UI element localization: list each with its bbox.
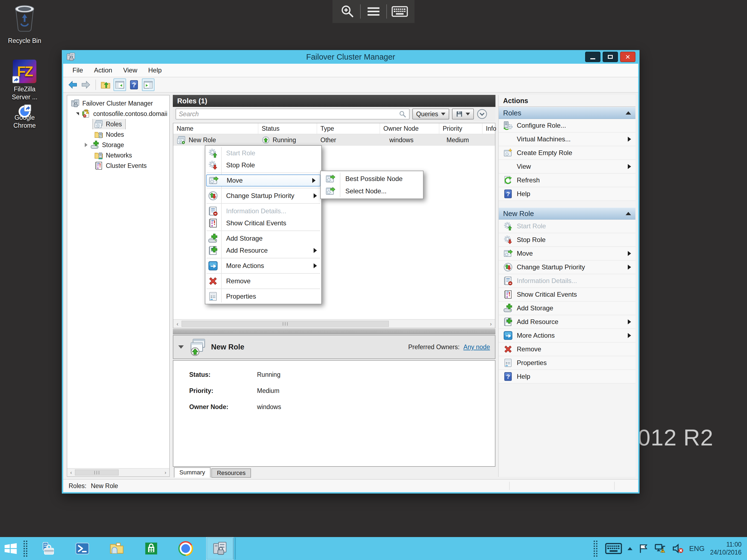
taskbar-file-explorer[interactable] [106,537,127,560]
action-virtual-machines[interactable]: Virtual Machines... [499,133,636,146]
tree-node-networks[interactable]: Networks [67,150,169,160]
context-stop-role[interactable]: Stop Role [205,159,321,171]
desktop-icon-filezilla-server[interactable]: FZ FileZilla Server ... [0,59,49,101]
action-more-actions[interactable]: More Actions [499,329,636,342]
context-change-startup-priority[interactable]: Change Startup Priority [205,190,321,202]
context-show-critical-events[interactable]: Show Critical Events [205,217,321,229]
scroll-right-icon[interactable]: › [487,321,495,327]
column-type[interactable]: Type [317,123,380,134]
desktop-icon-recycle-bin[interactable]: Recycle Bin [0,2,49,45]
menu-icon[interactable] [361,4,386,19]
tree-node-nodes[interactable]: Nodes [67,129,169,140]
submenu-select-node[interactable]: Select Node... [321,185,423,197]
taskbar-failover-cluster-manager[interactable] [206,537,233,560]
context-add-resource[interactable]: Add Resource [205,245,321,256]
action-remove[interactable]: Remove [499,342,636,356]
column-information[interactable]: Information [483,123,496,134]
search-box[interactable] [176,108,410,120]
start-button[interactable] [0,537,21,560]
column-name[interactable]: Name [173,123,258,134]
tree-node-roles[interactable]: Roles [67,119,169,129]
tab-summary[interactable]: Summary [174,467,210,478]
forward-icon[interactable] [81,80,91,90]
tree-node-cluster-events[interactable]: Cluster Events [67,160,169,171]
taskbar-grip[interactable] [23,540,28,557]
action-refresh[interactable]: Refresh [499,174,636,187]
action-help-2[interactable]: Help [499,370,636,384]
tree-root[interactable]: Failover Cluster Manager [67,98,169,108]
collapse-section-icon[interactable] [626,212,631,215]
action-stop-role[interactable]: Stop Role [499,233,636,247]
show-console-tree-icon[interactable] [113,78,126,91]
maximize-button[interactable] [602,52,618,62]
menu-file[interactable]: File [67,65,88,76]
preferred-owners-link[interactable]: Any node [463,343,490,351]
back-icon[interactable] [68,80,78,90]
submenu-best-possible-node[interactable]: Best Possible Node [321,173,423,185]
column-owner-node[interactable]: Owner Node [380,123,439,134]
actions-section-new-role[interactable]: New Role [499,207,636,220]
touch-keyboard-icon[interactable] [605,543,622,554]
list-horizontal-scrollbar[interactable]: ‹ › [173,319,495,328]
action-move[interactable]: Move [499,247,636,261]
network-warning-icon[interactable] [654,542,666,555]
tree-horizontal-scrollbar[interactable]: ‹ › [67,468,169,476]
scroll-right-icon[interactable]: › [162,470,169,476]
taskbar-chrome[interactable] [175,537,196,560]
zoom-in-icon[interactable] [334,4,360,19]
taskbar-server-manager[interactable] [37,537,58,560]
show-action-pane-icon[interactable] [142,78,154,91]
collapsed-triangle-icon[interactable] [85,143,88,147]
splitter-bar[interactable] [173,329,495,334]
action-create-empty-role[interactable]: Create Empty Role [499,146,636,160]
column-status[interactable]: Status [258,123,317,134]
action-configure-role[interactable]: Configure Role... [499,119,636,133]
collapse-section-icon[interactable] [626,111,631,114]
close-button[interactable]: × [620,52,636,62]
scrollbar-thumb[interactable] [75,469,119,476]
tree-node-storage[interactable]: Storage [67,140,169,150]
action-help[interactable]: Help [499,187,636,201]
context-add-storage[interactable]: Add Storage [205,232,321,245]
scroll-left-icon[interactable]: ‹ [67,470,75,476]
taskbar-windows-store[interactable] [140,537,162,560]
minimize-button[interactable] [585,52,600,62]
queries-button[interactable]: Queries [412,108,449,120]
actions-section-roles[interactable]: Roles [499,107,636,119]
column-priority[interactable]: Priority [439,123,483,134]
collapse-detail-icon[interactable] [178,345,184,349]
volume-muted-icon[interactable] [672,542,684,555]
help-icon[interactable] [129,80,139,90]
tree-node-cluster[interactable]: contosofile.contoso.domaii [67,108,169,119]
action-center-flag-icon[interactable] [638,543,649,554]
taskbar-powershell[interactable] [72,537,93,560]
table-row-new-role[interactable]: New Role Running Other windows Medium [173,134,495,146]
expanded-triangle-icon[interactable] [76,112,79,116]
action-properties[interactable]: Properties [499,356,636,370]
context-more-actions[interactable]: More Actions [205,260,321,272]
menu-view[interactable]: View [118,65,143,76]
title-bar[interactable]: Failover Cluster Manager × [63,50,638,64]
scrollbar-thumb[interactable] [182,321,389,327]
action-change-startup-priority[interactable]: Change Startup Priority [499,261,636,274]
show-hidden-icons-icon[interactable] [627,547,633,550]
context-properties[interactable]: Properties [205,290,321,302]
menu-help[interactable]: Help [143,65,167,76]
search-input[interactable] [179,110,398,118]
action-add-storage[interactable]: Add Storage [499,302,636,315]
action-view[interactable]: View [499,160,636,174]
collapse-search-icon[interactable] [476,108,488,120]
action-add-resource[interactable]: Add Resource [499,315,636,329]
keyboard-icon[interactable] [387,5,413,18]
language-indicator[interactable]: ENG [689,544,705,553]
context-move[interactable]: Move [206,175,320,186]
save-query-button[interactable] [452,108,474,120]
up-one-level-icon[interactable] [100,80,111,90]
clock[interactable]: 11:00 24/10/2016 [710,541,742,556]
scroll-left-icon[interactable]: ‹ [173,321,182,327]
tab-resources[interactable]: Resources [211,468,251,478]
menu-action[interactable]: Action [88,65,118,76]
desktop-icon-google-chrome[interactable]: Google Chrome [0,111,49,130]
context-remove[interactable]: Remove [205,275,321,287]
taskbar-grip[interactable] [593,540,598,557]
